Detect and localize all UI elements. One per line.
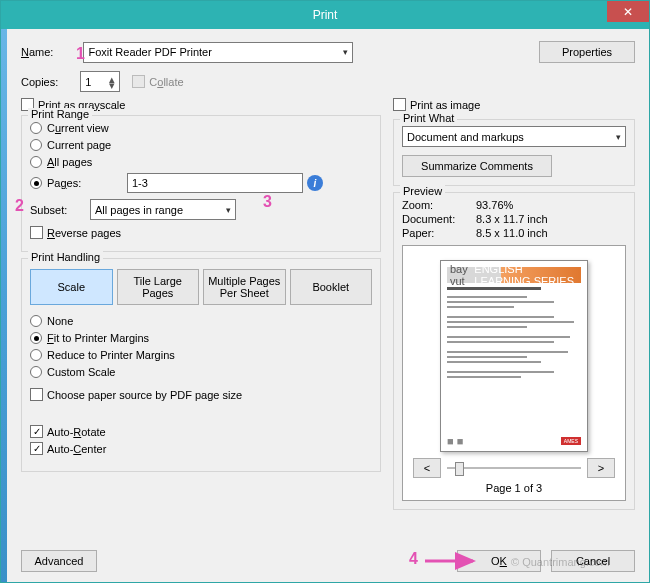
all-pages-radio[interactable] bbox=[30, 156, 42, 168]
annotation-3: 3 bbox=[263, 193, 272, 211]
print-as-image-checkbox[interactable] bbox=[393, 98, 406, 111]
collate-label: Collate bbox=[149, 76, 183, 88]
right-column: Print as image Print What Document and m… bbox=[393, 98, 635, 542]
tab-multiple-pages[interactable]: Multiple PagesPer Sheet bbox=[203, 269, 286, 305]
current-page-radio-row[interactable]: Current page bbox=[30, 139, 372, 151]
reverse-pages-row[interactable]: Reverse pages bbox=[30, 226, 372, 239]
summarize-comments-button[interactable]: Summarize Comments bbox=[402, 155, 552, 177]
current-page-radio[interactable] bbox=[30, 139, 42, 151]
dialog-content: Name: Foxit Reader PDF Printer ▾ Propert… bbox=[1, 29, 649, 582]
prev-page-button[interactable]: < bbox=[413, 458, 441, 478]
columns: Print as grayscale Print Range Current v… bbox=[21, 98, 635, 542]
none-radio-row[interactable]: None bbox=[30, 315, 372, 327]
print-what-legend: Print What bbox=[400, 112, 457, 124]
chevron-down-icon: ▾ bbox=[343, 47, 348, 57]
custom-scale-label: Custom Scale bbox=[47, 366, 115, 378]
doc-footer: ■ ■ AMES bbox=[447, 435, 581, 447]
subset-select[interactable]: All pages in range ▾ bbox=[90, 199, 236, 220]
watermark: © Quantrimang.com bbox=[511, 556, 610, 568]
all-pages-label: All pages bbox=[47, 156, 92, 168]
document-info: Document: 8.3 x 11.7 inch bbox=[402, 213, 626, 225]
fit-radio[interactable] bbox=[30, 332, 42, 344]
printer-row: Name: Foxit Reader PDF Printer ▾ Propert… bbox=[21, 41, 635, 63]
auto-rotate-checkbox[interactable] bbox=[30, 425, 43, 438]
close-button[interactable]: ✕ bbox=[607, 1, 649, 22]
collate-checkbox bbox=[132, 75, 145, 88]
reverse-pages-checkbox[interactable] bbox=[30, 226, 43, 239]
doc-header: bay vut ENGLISH LEARNING SERIES bbox=[447, 267, 581, 283]
print-what-select[interactable]: Document and markups ▾ bbox=[402, 126, 626, 147]
chevron-down-icon: ▾ bbox=[616, 132, 621, 142]
auto-center-checkbox[interactable] bbox=[30, 442, 43, 455]
print-as-image-row[interactable]: Print as image bbox=[393, 98, 635, 111]
custom-scale-radio[interactable] bbox=[30, 366, 42, 378]
print-handling-legend: Print Handling bbox=[28, 251, 103, 263]
zoom-label: Zoom: bbox=[402, 199, 476, 211]
doc-title-line bbox=[447, 287, 541, 290]
current-view-radio[interactable] bbox=[30, 122, 42, 134]
print-range-legend: Print Range bbox=[28, 108, 92, 120]
tab-booklet[interactable]: Booklet bbox=[290, 269, 373, 305]
handling-tabs: Scale Tile LargePages Multiple PagesPer … bbox=[30, 269, 372, 305]
current-view-radio-row[interactable]: Current view bbox=[30, 122, 372, 134]
choose-source-checkbox[interactable] bbox=[30, 388, 43, 401]
window-left-edge bbox=[1, 1, 7, 582]
page-slider[interactable] bbox=[447, 458, 581, 478]
pages-radio[interactable] bbox=[30, 177, 42, 189]
document-preview: bay vut ENGLISH LEARNING SERIES bbox=[440, 260, 588, 452]
subset-row: Subset: All pages in range ▾ bbox=[30, 199, 372, 220]
auto-rotate-label: Auto-Rotate bbox=[47, 426, 106, 438]
advanced-button[interactable]: Advanced bbox=[21, 550, 97, 572]
printer-select[interactable]: Foxit Reader PDF Printer ▾ bbox=[83, 42, 353, 63]
zoom-value: 93.76% bbox=[476, 199, 513, 211]
properties-button[interactable]: Properties bbox=[539, 41, 635, 63]
reduce-radio[interactable] bbox=[30, 349, 42, 361]
zoom-info: Zoom: 93.76% bbox=[402, 199, 626, 211]
info-icon[interactable]: i bbox=[307, 175, 323, 191]
print-range-fieldset: Print Range Current view Current page Al… bbox=[21, 115, 381, 252]
reverse-pages-label: Reverse pages bbox=[47, 227, 121, 239]
name-label: Name: bbox=[21, 46, 53, 58]
left-column: Print as grayscale Print Range Current v… bbox=[21, 98, 381, 542]
copies-label: Copies: bbox=[21, 76, 58, 88]
annotation-arrow bbox=[423, 552, 483, 570]
auto-center-label: Auto-Center bbox=[47, 443, 106, 455]
chevron-left-icon: < bbox=[424, 462, 430, 474]
copies-spinner[interactable]: 1 ▴▾ bbox=[80, 71, 120, 92]
fit-radio-row[interactable]: Fit to Printer Margins bbox=[30, 332, 372, 344]
paper-label: Paper: bbox=[402, 227, 476, 239]
print-what-fieldset: Print What Document and markups ▾ Summar… bbox=[393, 119, 635, 186]
paper-value: 8.5 x 11.0 inch bbox=[476, 227, 548, 239]
ames-badge: AMES bbox=[561, 437, 581, 445]
print-what-value: Document and markups bbox=[407, 131, 524, 143]
print-handling-fieldset: Print Handling Scale Tile LargePages Mul… bbox=[21, 258, 381, 472]
none-label: None bbox=[47, 315, 73, 327]
auto-rotate-row[interactable]: Auto-Rotate bbox=[30, 425, 372, 438]
reduce-radio-row[interactable]: Reduce to Printer Margins bbox=[30, 349, 372, 361]
printer-selected-value: Foxit Reader PDF Printer bbox=[88, 46, 211, 58]
subset-label: Subset: bbox=[30, 204, 90, 216]
slider-thumb[interactable] bbox=[455, 462, 464, 476]
document-label: Document: bbox=[402, 213, 476, 225]
window-title: Print bbox=[313, 8, 338, 22]
choose-source-label: Choose paper source by PDF page size bbox=[47, 389, 242, 401]
current-view-label: Current view bbox=[47, 122, 109, 134]
custom-scale-radio-row[interactable]: Custom Scale bbox=[30, 366, 372, 378]
tab-tile-large[interactable]: Tile LargePages bbox=[117, 269, 200, 305]
all-pages-radio-row[interactable]: All pages bbox=[30, 156, 372, 168]
preview-nav: < > bbox=[413, 458, 615, 478]
reduce-label: Reduce to Printer Margins bbox=[47, 349, 175, 361]
tab-scale[interactable]: Scale bbox=[30, 269, 113, 305]
preview-legend: Preview bbox=[400, 185, 445, 197]
current-page-label: Current page bbox=[47, 139, 111, 151]
titlebar: Print ✕ bbox=[1, 1, 649, 29]
choose-source-row[interactable]: Choose paper source by PDF page size bbox=[30, 388, 372, 401]
spinner-arrows-icon: ▴▾ bbox=[109, 76, 115, 88]
auto-center-row[interactable]: Auto-Center bbox=[30, 442, 372, 455]
subset-value: All pages in range bbox=[95, 204, 183, 216]
paper-info: Paper: 8.5 x 11.0 inch bbox=[402, 227, 626, 239]
preview-fieldset: Preview Zoom: 93.76% Document: 8.3 x 11.… bbox=[393, 192, 635, 510]
next-page-button[interactable]: > bbox=[587, 458, 615, 478]
pages-input[interactable] bbox=[127, 173, 303, 193]
none-radio[interactable] bbox=[30, 315, 42, 327]
